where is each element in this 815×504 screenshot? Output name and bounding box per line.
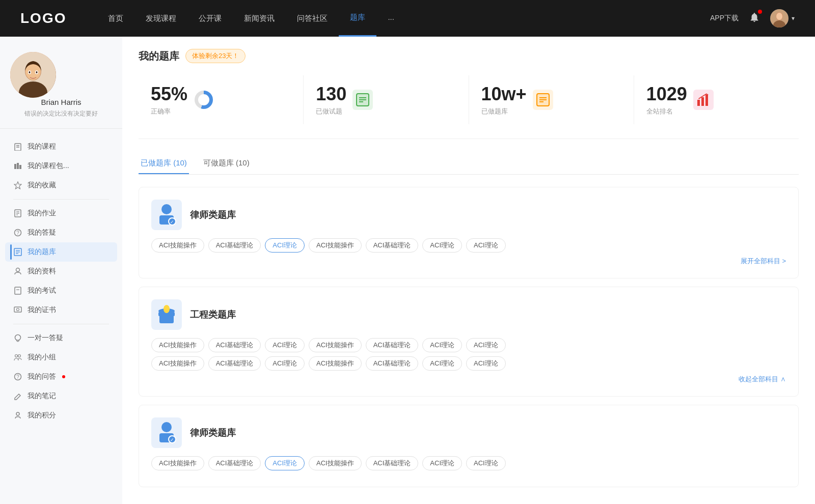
svg-point-36 (18, 355, 21, 357)
svg-text:✓: ✓ (170, 437, 174, 442)
profile-name: Brian Harris (10, 98, 112, 106)
stat-done-banks: 10w+ 已做题库 (469, 75, 634, 124)
sidebar-item-homework[interactable]: 我的作业 (5, 204, 117, 223)
qa-icon: ? (13, 228, 22, 237)
tag-2-11[interactable]: ACI技能操作 (309, 356, 362, 371)
tag-3-4[interactable]: ACI技能操作 (309, 456, 362, 470)
tag-1-2[interactable]: ACI基础理论 (208, 238, 261, 253)
sidebar-item-course-pkg[interactable]: 我的课程包... (5, 156, 117, 176)
bank-card-engineer-tags-row2: ACI技能操作 ACI基础理论 ACI理论 ACI技能操作 ACI基础理论 AC… (151, 356, 786, 371)
sidebar-item-questions[interactable]: ? 我的问答 (5, 367, 117, 386)
tab-done-banks[interactable]: 已做题库 (10) (139, 153, 189, 174)
svg-rect-30 (15, 287, 21, 294)
sidebar-item-wrapper-qbank: 我的题库 (5, 242, 117, 262)
stat-rank: 1029 全站排名 (634, 75, 799, 124)
main-layout: Brian Harris 错误的决定比没有决定要好 我的课程 我的课程包... (0, 37, 815, 504)
tag-1-3[interactable]: ACI理论 (265, 238, 305, 253)
nav-discover[interactable]: 发现课程 (134, 0, 187, 37)
sidebar-item-profile[interactable]: 我的资料 (5, 262, 117, 281)
bank-card-lawyer-2-tags: ACI技能操作 ACI基础理论 ACI理论 ACI技能操作 ACI基础理论 AC… (151, 456, 786, 470)
nav-home[interactable]: 首页 (97, 0, 134, 37)
sidebar-item-notes[interactable]: 我的笔记 (5, 386, 117, 406)
collapse-link-2[interactable]: 收起全部科目 ∧ (151, 375, 786, 384)
sidebar-item-points[interactable]: 我的积分 (5, 406, 117, 425)
tag-2-2[interactable]: ACI基础理论 (208, 338, 261, 352)
app-download-btn[interactable]: APP下载 (710, 14, 739, 23)
sidebar-item-my-course[interactable]: 我的课程 (5, 137, 117, 156)
svg-rect-50 (697, 100, 700, 106)
svg-point-61 (164, 305, 170, 313)
nav-news[interactable]: 新闻资讯 (233, 0, 286, 37)
stat-accuracy-icon (194, 90, 214, 110)
tag-3-3[interactable]: ACI理论 (265, 456, 305, 470)
tag-2-6[interactable]: ACI理论 (422, 338, 462, 352)
tag-1-7[interactable]: ACI理论 (466, 238, 506, 253)
stat-rank-number: 1029 (646, 83, 687, 105)
sidebar-item-qbank[interactable]: 我的题库 (5, 242, 117, 262)
main-content: 我的题库 体验剩余23天！ 55% 正确率 130 已做试题 (122, 37, 815, 504)
sidebar-item-exam[interactable]: 我的考试 (5, 281, 117, 300)
page-header: 我的题库 体验剩余23天！ (139, 49, 799, 63)
tag-1-4[interactable]: ACI技能操作 (309, 238, 362, 253)
tag-1-6[interactable]: ACI理论 (422, 238, 462, 253)
stat-rank-label: 全站排名 (646, 107, 687, 116)
tag-3-7[interactable]: ACI理论 (466, 456, 506, 470)
svg-rect-16 (17, 163, 19, 169)
trial-badge: 体验剩余23天！ (185, 49, 246, 63)
bank-icon-engineer (151, 299, 182, 330)
profile-motto: 错误的决定比没有决定要好 (10, 109, 112, 118)
sidebar-item-favorites[interactable]: 我的收藏 (5, 176, 117, 195)
tag-2-9[interactable]: ACI基础理论 (208, 356, 261, 371)
notification-bell[interactable] (749, 12, 760, 25)
divider-2 (13, 324, 109, 324)
bank-card-lawyer-2-header: ✓ 律师类题库 (151, 417, 786, 448)
nav-open-course[interactable]: 公开课 (187, 0, 233, 37)
sidebar-item-cert[interactable]: 我的证书 (5, 300, 117, 320)
tag-2-14[interactable]: ACI理论 (466, 356, 506, 371)
group-icon (13, 353, 22, 362)
sidebar-item-group-label: 我的小组 (28, 353, 56, 362)
exam-icon (13, 286, 22, 295)
svg-point-54 (161, 204, 172, 214)
stat-done-questions-text: 130 已做试题 (316, 83, 346, 116)
tag-2-8[interactable]: ACI技能操作 (151, 356, 204, 371)
stat-done-questions: 130 已做试题 (304, 75, 469, 124)
star-icon (13, 181, 22, 190)
user-avatar-area[interactable]: ▾ (770, 9, 795, 27)
tag-2-13[interactable]: ACI理论 (422, 356, 462, 371)
svg-rect-51 (701, 97, 704, 106)
expand-link-1[interactable]: 展开全部科目 > (151, 257, 786, 266)
tag-2-1[interactable]: ACI技能操作 (151, 338, 204, 352)
nav-more[interactable]: ··· (376, 0, 405, 37)
sidebar-item-group[interactable]: 我的小组 (5, 348, 117, 367)
tag-2-5[interactable]: ACI基础理论 (366, 338, 419, 352)
svg-text:?: ? (16, 374, 19, 380)
tag-3-5[interactable]: ACI基础理论 (366, 456, 419, 470)
sidebar-item-qa[interactable]: ? 我的答疑 (5, 223, 117, 242)
sidebar-menu: 我的课程 我的课程包... 我的收藏 我的作业 (0, 137, 122, 425)
tag-2-4[interactable]: ACI技能操作 (309, 338, 362, 352)
nav-qa[interactable]: 问答社区 (286, 0, 339, 37)
tab-todo-banks[interactable]: 可做题库 (10) (201, 153, 252, 174)
sidebar-item-tutoring[interactable]: 一对一答疑 (5, 328, 117, 348)
tag-3-2[interactable]: ACI基础理论 (208, 456, 261, 470)
sidebar-item-points-label: 我的积分 (28, 411, 56, 420)
tag-1-1[interactable]: ACI技能操作 (151, 238, 204, 253)
tag-2-10[interactable]: ACI理论 (265, 356, 305, 371)
logo: LOGO (20, 10, 66, 26)
stat-done-banks-label: 已做题库 (481, 107, 527, 116)
tag-2-3[interactable]: ACI理论 (265, 338, 305, 352)
tag-3-1[interactable]: ACI技能操作 (151, 456, 204, 470)
stat-accuracy: 55% 正确率 (139, 75, 304, 124)
bank-card-lawyer-2-title: 律师类题库 (190, 427, 236, 439)
sidebar-item-notes-label: 我的笔记 (28, 391, 56, 401)
tag-3-6[interactable]: ACI理论 (422, 456, 462, 470)
bank-card-lawyer-1: ✓ 律师类题库 ACI技能操作 ACI基础理论 ACI理论 ACI技能操作 AC… (139, 187, 799, 278)
bank-card-engineer-tags-row1: ACI技能操作 ACI基础理论 ACI理论 ACI技能操作 ACI基础理论 AC… (151, 338, 786, 352)
points-icon (13, 411, 22, 420)
nav-question-bank[interactable]: 题库 (339, 0, 376, 37)
tag-2-7[interactable]: ACI理论 (466, 338, 506, 352)
tag-1-5[interactable]: ACI基础理论 (366, 238, 419, 253)
tag-2-12[interactable]: ACI基础理论 (366, 356, 419, 371)
pie-chart-icon (195, 91, 213, 109)
